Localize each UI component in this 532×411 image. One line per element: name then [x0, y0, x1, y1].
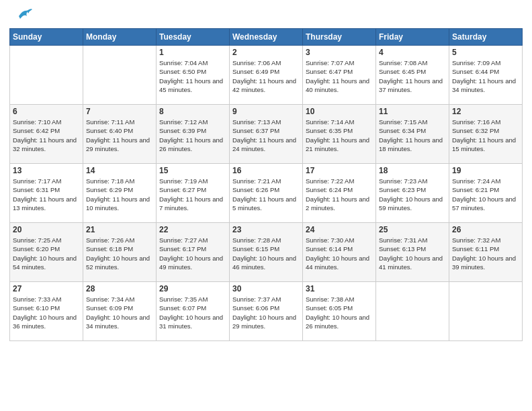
day-info: Sunrise: 7:04 AM Sunset: 6:50 PM Dayligh…: [159, 58, 226, 94]
calendar-cell: [10, 46, 83, 105]
day-number: 18: [379, 166, 446, 175]
calendar-cell: 23Sunrise: 7:28 AM Sunset: 6:15 PM Dayli…: [230, 223, 303, 282]
day-info: Sunrise: 7:26 AM Sunset: 6:18 PM Dayligh…: [86, 236, 153, 271]
col-header-sunday: Sunday: [10, 29, 83, 46]
day-info: Sunrise: 7:06 AM Sunset: 6:49 PM Dayligh…: [232, 58, 300, 94]
day-number: 9: [232, 107, 300, 116]
calendar-week-row: 27Sunrise: 7:33 AM Sunset: 6:10 PM Dayli…: [10, 282, 523, 341]
calendar-cell: 29Sunrise: 7:35 AM Sunset: 6:07 PM Dayli…: [157, 282, 230, 341]
calendar-cell: 5Sunrise: 7:09 AM Sunset: 6:44 PM Daylig…: [449, 46, 523, 105]
calendar-cell: 14Sunrise: 7:18 AM Sunset: 6:29 PM Dayli…: [83, 164, 157, 223]
day-info: Sunrise: 7:30 AM Sunset: 6:14 PM Dayligh…: [306, 236, 373, 271]
calendar-cell: 30Sunrise: 7:37 AM Sunset: 6:06 PM Dayli…: [230, 282, 303, 341]
col-header-tuesday: Tuesday: [157, 29, 230, 46]
day-number: 25: [379, 225, 446, 234]
calendar-cell: 6Sunrise: 7:10 AM Sunset: 6:42 PM Daylig…: [10, 105, 83, 164]
day-number: 26: [452, 225, 519, 234]
day-info: Sunrise: 7:22 AM Sunset: 6:24 PM Dayligh…: [306, 177, 373, 212]
day-number: 13: [13, 166, 80, 175]
calendar-header-row: SundayMondayTuesdayWednesdayThursdayFrid…: [10, 29, 523, 46]
day-info: Sunrise: 7:38 AM Sunset: 6:05 PM Dayligh…: [306, 295, 373, 330]
day-info: Sunrise: 7:08 AM Sunset: 6:45 PM Dayligh…: [379, 58, 446, 94]
day-number: 28: [86, 284, 153, 293]
day-number: 3: [306, 48, 373, 57]
day-number: 7: [86, 107, 153, 116]
calendar-cell: 20Sunrise: 7:25 AM Sunset: 6:20 PM Dayli…: [10, 223, 83, 282]
day-info: Sunrise: 7:31 AM Sunset: 6:13 PM Dayligh…: [379, 236, 446, 271]
day-info: Sunrise: 7:27 AM Sunset: 6:17 PM Dayligh…: [159, 236, 226, 271]
day-info: Sunrise: 7:37 AM Sunset: 6:06 PM Dayligh…: [232, 295, 300, 330]
calendar-cell: [376, 282, 449, 341]
day-number: 22: [159, 225, 226, 234]
calendar-cell: 10Sunrise: 7:14 AM Sunset: 6:35 PM Dayli…: [303, 105, 376, 164]
day-info: Sunrise: 7:16 AM Sunset: 6:32 PM Dayligh…: [452, 118, 519, 153]
day-number: 1: [159, 48, 226, 57]
day-number: 2: [232, 48, 300, 57]
day-number: 23: [232, 225, 300, 234]
calendar-week-row: 13Sunrise: 7:17 AM Sunset: 6:31 PM Dayli…: [10, 164, 523, 223]
day-number: 4: [379, 48, 446, 57]
header: [9, 7, 523, 24]
day-number: 24: [306, 225, 373, 234]
day-number: 27: [13, 284, 80, 293]
day-info: Sunrise: 7:10 AM Sunset: 6:42 PM Dayligh…: [13, 118, 80, 153]
day-info: Sunrise: 7:25 AM Sunset: 6:20 PM Dayligh…: [13, 236, 80, 271]
day-number: 5: [452, 48, 519, 57]
calendar-cell: 22Sunrise: 7:27 AM Sunset: 6:17 PM Dayli…: [157, 223, 230, 282]
day-number: 16: [232, 166, 300, 175]
day-info: Sunrise: 7:33 AM Sunset: 6:10 PM Dayligh…: [13, 295, 80, 330]
calendar-cell: 18Sunrise: 7:23 AM Sunset: 6:23 PM Dayli…: [376, 164, 449, 223]
calendar-cell: 31Sunrise: 7:38 AM Sunset: 6:05 PM Dayli…: [303, 282, 376, 341]
calendar-week-row: 20Sunrise: 7:25 AM Sunset: 6:20 PM Dayli…: [10, 223, 523, 282]
page: SundayMondayTuesdayWednesdayThursdayFrid…: [0, 0, 532, 411]
day-number: 6: [13, 107, 80, 116]
day-info: Sunrise: 7:15 AM Sunset: 6:34 PM Dayligh…: [379, 118, 446, 153]
day-number: 20: [13, 225, 80, 234]
day-info: Sunrise: 7:28 AM Sunset: 6:15 PM Dayligh…: [232, 236, 300, 271]
calendar: SundayMondayTuesdayWednesdayThursdayFrid…: [9, 28, 523, 341]
day-info: Sunrise: 7:07 AM Sunset: 6:47 PM Dayligh…: [306, 58, 373, 94]
day-info: Sunrise: 7:09 AM Sunset: 6:44 PM Dayligh…: [452, 58, 519, 94]
calendar-cell: 24Sunrise: 7:30 AM Sunset: 6:14 PM Dayli…: [303, 223, 376, 282]
day-info: Sunrise: 7:12 AM Sunset: 6:39 PM Dayligh…: [159, 118, 226, 153]
calendar-cell: 12Sunrise: 7:16 AM Sunset: 6:32 PM Dayli…: [449, 105, 523, 164]
logo: [9, 7, 34, 24]
col-header-saturday: Saturday: [449, 29, 523, 46]
calendar-cell: [83, 46, 157, 105]
col-header-monday: Monday: [83, 29, 157, 46]
calendar-cell: 8Sunrise: 7:12 AM Sunset: 6:39 PM Daylig…: [157, 105, 230, 164]
calendar-cell: 13Sunrise: 7:17 AM Sunset: 6:31 PM Dayli…: [10, 164, 83, 223]
calendar-cell: 16Sunrise: 7:21 AM Sunset: 6:26 PM Dayli…: [230, 164, 303, 223]
calendar-cell: 15Sunrise: 7:19 AM Sunset: 6:27 PM Dayli…: [157, 164, 230, 223]
day-number: 17: [306, 166, 373, 175]
day-info: Sunrise: 7:11 AM Sunset: 6:40 PM Dayligh…: [86, 118, 153, 153]
calendar-cell: [449, 282, 523, 341]
day-info: Sunrise: 7:17 AM Sunset: 6:31 PM Dayligh…: [13, 177, 80, 212]
day-info: Sunrise: 7:21 AM Sunset: 6:26 PM Dayligh…: [232, 177, 300, 212]
day-info: Sunrise: 7:34 AM Sunset: 6:09 PM Dayligh…: [86, 295, 153, 330]
day-number: 19: [452, 166, 519, 175]
calendar-cell: 19Sunrise: 7:24 AM Sunset: 6:21 PM Dayli…: [449, 164, 523, 223]
calendar-cell: 21Sunrise: 7:26 AM Sunset: 6:18 PM Dayli…: [83, 223, 157, 282]
day-info: Sunrise: 7:13 AM Sunset: 6:37 PM Dayligh…: [232, 118, 300, 153]
day-number: 21: [86, 225, 153, 234]
calendar-cell: 25Sunrise: 7:31 AM Sunset: 6:13 PM Dayli…: [376, 223, 449, 282]
calendar-cell: 1Sunrise: 7:04 AM Sunset: 6:50 PM Daylig…: [157, 46, 230, 105]
calendar-cell: 3Sunrise: 7:07 AM Sunset: 6:47 PM Daylig…: [303, 46, 376, 105]
calendar-cell: 27Sunrise: 7:33 AM Sunset: 6:10 PM Dayli…: [10, 282, 83, 341]
calendar-week-row: 6Sunrise: 7:10 AM Sunset: 6:42 PM Daylig…: [10, 105, 523, 164]
day-info: Sunrise: 7:35 AM Sunset: 6:07 PM Dayligh…: [159, 295, 226, 330]
calendar-cell: 2Sunrise: 7:06 AM Sunset: 6:49 PM Daylig…: [230, 46, 303, 105]
col-header-wednesday: Wednesday: [230, 29, 303, 46]
day-number: 8: [159, 107, 226, 116]
day-number: 31: [306, 284, 373, 293]
day-info: Sunrise: 7:32 AM Sunset: 6:11 PM Dayligh…: [452, 236, 519, 271]
calendar-cell: 4Sunrise: 7:08 AM Sunset: 6:45 PM Daylig…: [376, 46, 449, 105]
day-number: 10: [306, 107, 373, 116]
day-number: 11: [379, 107, 446, 116]
day-number: 30: [232, 284, 300, 293]
calendar-cell: 9Sunrise: 7:13 AM Sunset: 6:37 PM Daylig…: [230, 105, 303, 164]
day-number: 29: [159, 284, 226, 293]
day-number: 14: [86, 166, 153, 175]
day-info: Sunrise: 7:24 AM Sunset: 6:21 PM Dayligh…: [452, 177, 519, 212]
